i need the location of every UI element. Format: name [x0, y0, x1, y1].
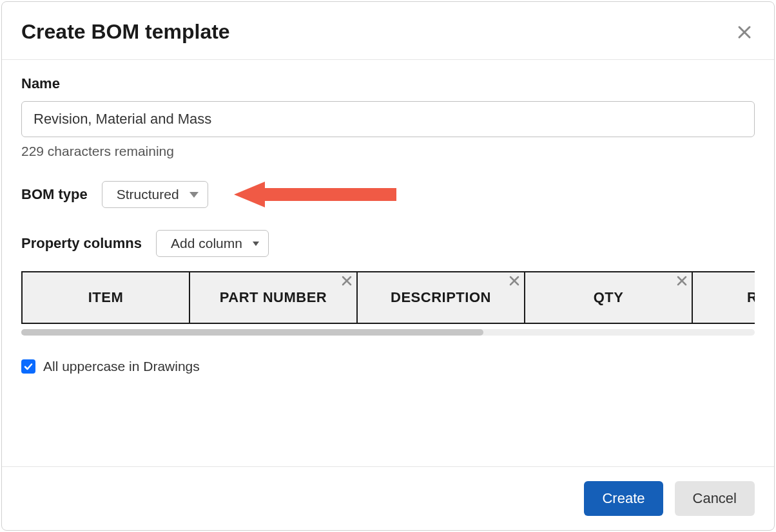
cancel-button[interactable]: Cancel: [675, 481, 755, 516]
create-bom-template-dialog: Create BOM template Name 229 characters …: [1, 1, 775, 531]
annotation-arrow: [234, 182, 402, 207]
uppercase-checkbox-label: All uppercase in Drawings: [43, 359, 200, 374]
dialog-header: Create BOM template: [2, 2, 774, 60]
bom-type-label: BOM type: [21, 186, 88, 203]
dialog-footer: Create Cancel: [2, 466, 774, 530]
columns-scroll[interactable]: ITEM PART NUMBER DESCRIPTION: [21, 271, 755, 324]
add-column-label: Add column: [171, 236, 242, 251]
dialog-title: Create BOM template: [21, 20, 230, 44]
column-header-extra[interactable]: R: [692, 271, 755, 324]
bom-type-value: Structured: [117, 187, 179, 202]
chevron-down-icon: [253, 242, 259, 246]
remove-column-button[interactable]: [509, 275, 520, 287]
chars-remaining: 229 characters remaining: [21, 144, 755, 159]
columns-track: ITEM PART NUMBER DESCRIPTION: [21, 271, 755, 324]
bom-type-row: BOM type Structured: [21, 181, 755, 208]
column-label: QTY: [594, 289, 624, 306]
scrollbar-thumb[interactable]: [21, 329, 483, 336]
column-label: PART NUMBER: [220, 289, 327, 306]
column-label: R: [747, 289, 755, 306]
chevron-down-icon: [189, 192, 199, 198]
dialog-body: Name 229 characters remaining BOM type S…: [2, 60, 774, 466]
uppercase-checkbox[interactable]: [21, 359, 35, 374]
column-header-item[interactable]: ITEM: [21, 271, 189, 324]
close-icon: [341, 275, 353, 287]
name-label: Name: [21, 75, 755, 92]
create-button[interactable]: Create: [584, 481, 663, 516]
name-input[interactable]: [21, 101, 755, 137]
svg-marker-0: [234, 182, 396, 207]
remove-column-button[interactable]: [341, 275, 353, 287]
close-icon: [509, 275, 520, 287]
check-icon: [23, 361, 34, 372]
property-columns-row: Property columns Add column: [21, 230, 755, 257]
add-column-select[interactable]: Add column: [156, 230, 269, 257]
uppercase-checkbox-row: All uppercase in Drawings: [21, 359, 755, 374]
bom-type-select[interactable]: Structured: [102, 181, 208, 208]
close-icon: [737, 24, 752, 40]
column-header-part-number[interactable]: PART NUMBER: [189, 271, 356, 324]
property-columns-label: Property columns: [21, 235, 142, 252]
column-label: ITEM: [88, 289, 124, 306]
close-icon: [676, 275, 688, 287]
close-button[interactable]: [734, 22, 755, 43]
column-label: DESCRIPTION: [391, 289, 491, 306]
horizontal-scrollbar[interactable]: [21, 329, 755, 336]
column-header-description[interactable]: DESCRIPTION: [356, 271, 524, 324]
column-header-qty[interactable]: QTY: [524, 271, 692, 324]
columns-preview: ITEM PART NUMBER DESCRIPTION: [21, 271, 755, 336]
remove-column-button[interactable]: [676, 275, 688, 287]
